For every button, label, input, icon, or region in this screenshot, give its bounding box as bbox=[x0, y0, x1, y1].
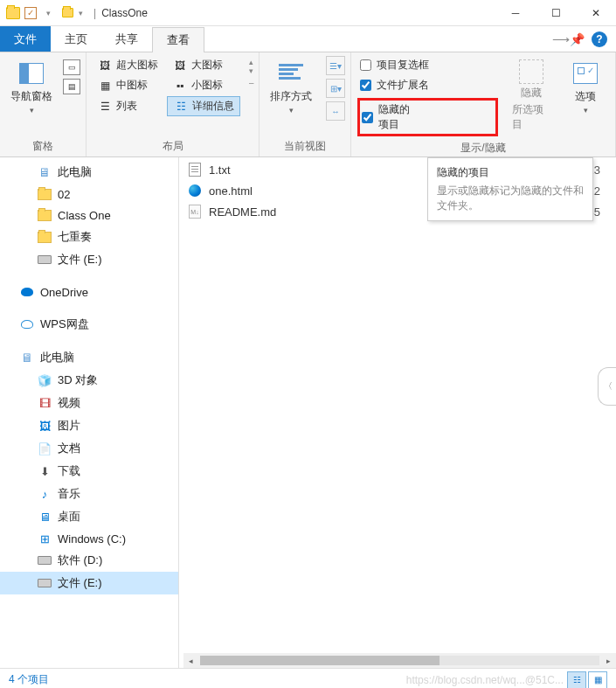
details-pane-icon[interactable]: ▤ bbox=[63, 79, 80, 94]
item-checkboxes-checkbox[interactable] bbox=[360, 59, 371, 71]
layout-medium-icons[interactable]: ▦中图标 bbox=[92, 76, 163, 94]
scroll-left-icon[interactable]: ◂ bbox=[183, 657, 198, 665]
horizontal-scrollbar[interactable]: ◂ ▸ bbox=[183, 653, 616, 668]
add-columns-icon[interactable]: ⊞▾ bbox=[326, 79, 345, 98]
layout-list[interactable]: ☰列表 bbox=[92, 96, 163, 116]
markdown-file-icon: M↓ bbox=[186, 204, 204, 219]
minimize-button[interactable]: ─ bbox=[495, 0, 536, 26]
layout-extra-large-icons[interactable]: 🖼超大图标 bbox=[92, 56, 163, 74]
tree-label: 音乐 bbox=[58, 486, 80, 502]
tree-label: 此电脑 bbox=[40, 350, 74, 365]
navigation-tree[interactable]: 🖥此电脑 02 Class One 七重奏 文件 (E:) OneDrive W… bbox=[0, 157, 179, 668]
tree-item-drive[interactable]: 文件 (E:) bbox=[0, 248, 178, 271]
scroll-up-icon[interactable]: ▴ bbox=[249, 58, 253, 66]
tree-item-3d-objects[interactable]: 🧊3D 对象 bbox=[0, 369, 178, 392]
group-label-show-hide: 显示/隐藏 bbox=[356, 138, 610, 158]
tree-label: 文件 (E:) bbox=[58, 252, 102, 268]
layout-details[interactable]: ☷详细信息 bbox=[167, 96, 240, 116]
tree-item-music[interactable]: ♪音乐 bbox=[0, 483, 178, 505]
tree-label: 图片 bbox=[58, 418, 80, 434]
scroll-right-icon[interactable]: ▸ bbox=[601, 657, 616, 665]
layout-xl-label: 超大图标 bbox=[116, 58, 158, 73]
tree-item-downloads[interactable]: ⬇下载 bbox=[0, 460, 178, 483]
tree-label: 此电脑 bbox=[58, 164, 92, 180]
layout-details-label: 详细信息 bbox=[192, 99, 234, 114]
close-button[interactable]: ✕ bbox=[576, 0, 616, 26]
tree-item-drive-d[interactable]: 软件 (D:) bbox=[0, 549, 178, 572]
tree-label: OneDrive bbox=[40, 286, 88, 299]
qat-menu-dropdown-icon[interactable]: ▾ bbox=[79, 9, 83, 17]
tree-item-documents[interactable]: 📄文档 bbox=[0, 437, 178, 460]
help-icon[interactable]: ? bbox=[592, 31, 607, 47]
tree-label: 3D 对象 bbox=[58, 372, 98, 388]
size-columns-icon[interactable]: ↔ bbox=[326, 101, 345, 121]
tree-item-videos[interactable]: 🎞视频 bbox=[0, 392, 178, 414]
group-by-icon[interactable]: ☰▾ bbox=[326, 56, 345, 75]
scrollbar-thumb[interactable] bbox=[200, 656, 440, 665]
item-checkboxes-option[interactable]: 项目复选框 bbox=[360, 58, 498, 73]
drive-icon bbox=[37, 553, 52, 567]
layout-options: 🖼超大图标 🖼大图标 ▦中图标 ▪▪小图标 ☰列表 ☷详细信息 bbox=[92, 56, 240, 116]
tree-item-folder[interactable]: 02 bbox=[0, 184, 178, 205]
edge-peek-tab[interactable]: 〈 bbox=[598, 367, 616, 406]
desktop-icon: 🖥 bbox=[37, 510, 52, 524]
details-view-toggle[interactable]: ☷ bbox=[567, 671, 586, 689]
hidden-items-option[interactable]: 隐藏的项目 bbox=[362, 102, 420, 132]
file-extensions-label: 文件扩展名 bbox=[377, 78, 429, 93]
tab-home[interactable]: 主页 bbox=[51, 26, 101, 52]
layout-small-icons[interactable]: ▪▪小图标 bbox=[167, 76, 240, 94]
folder-icon bbox=[37, 187, 52, 201]
hidden-items-label: 隐藏的项目 bbox=[378, 102, 420, 132]
pin-icon[interactable]: ⟶📌 bbox=[552, 32, 585, 46]
folder-icon bbox=[37, 208, 52, 222]
tree-item-desktop[interactable]: 🖥桌面 bbox=[0, 505, 178, 528]
tree-item-wps[interactable]: WPS网盘 bbox=[0, 313, 178, 336]
file-extensions-option[interactable]: 文件扩展名 bbox=[360, 78, 498, 93]
documents-icon: 📄 bbox=[37, 441, 52, 455]
tree-item-this-pc[interactable]: 🖥此电脑 bbox=[0, 346, 178, 369]
scroll-down-icon[interactable]: ▾ bbox=[249, 66, 253, 75]
tree-item-this-pc-top[interactable]: 🖥此电脑 bbox=[0, 161, 178, 184]
hide-selected-button[interactable]: 隐藏 所选项目 bbox=[507, 56, 556, 136]
tab-file[interactable]: 文件 bbox=[0, 26, 51, 52]
file-list-pane[interactable]: 1.txt 2021/5/27 16:23 one.html 2021/5/27… bbox=[179, 157, 616, 668]
expand-icon[interactable]: ⎯ bbox=[249, 75, 253, 84]
status-bar: 4 个项目 https://blog.csdn.net/wq...@51C...… bbox=[0, 668, 616, 688]
music-icon: ♪ bbox=[37, 487, 52, 501]
tab-right-controls: ⟶📌 ? bbox=[552, 26, 616, 52]
tooltip-title: 隐藏的项目 bbox=[437, 165, 584, 180]
options-button[interactable]: 选项 ▾ bbox=[561, 56, 610, 118]
tree-item-drive-c[interactable]: ⊞Windows (C:) bbox=[0, 528, 178, 549]
dropdown-icon: ▾ bbox=[30, 106, 34, 115]
dropdown-icon: ▾ bbox=[584, 106, 588, 115]
item-checkboxes-label: 项目复选框 bbox=[377, 58, 429, 73]
hide-icon bbox=[519, 59, 543, 84]
ribbon-tabs: 文件 主页 共享 查看 ⟶📌 ? bbox=[0, 26, 616, 52]
scrollbar-track[interactable] bbox=[200, 656, 599, 665]
maximize-button[interactable]: ☐ bbox=[536, 0, 576, 26]
preview-pane-icon[interactable]: ▭ bbox=[63, 59, 80, 75]
tab-share[interactable]: 共享 bbox=[101, 26, 152, 52]
tree-item-drive-e[interactable]: 文件 (E:) bbox=[0, 572, 178, 594]
file-extensions-checkbox[interactable] bbox=[360, 80, 371, 91]
sort-by-button[interactable]: 排序方式 ▾ bbox=[265, 56, 317, 118]
layout-large-icons[interactable]: 🖼大图标 bbox=[167, 56, 240, 74]
checkbox-icon[interactable]: ✓ bbox=[24, 7, 37, 19]
show-hide-checkboxes: 项目复选框 文件扩展名 隐藏的项目 bbox=[356, 56, 502, 138]
tree-item-folder[interactable]: Class One bbox=[0, 205, 178, 226]
tree-item-pictures[interactable]: 🖼图片 bbox=[0, 414, 178, 437]
tree-item-onedrive[interactable]: OneDrive bbox=[0, 281, 178, 302]
hidden-items-checkbox[interactable] bbox=[362, 112, 373, 123]
navigation-pane-button[interactable]: 导航窗格 ▾ bbox=[5, 56, 58, 118]
title-bar: ✓ ▾ ▾ | ClassOne ─ ☐ ✕ bbox=[0, 0, 616, 26]
thumbnails-view-toggle[interactable]: ▦ bbox=[588, 671, 607, 689]
tab-view[interactable]: 查看 bbox=[152, 27, 204, 52]
layout-list-label: 列表 bbox=[116, 99, 137, 114]
onedrive-icon bbox=[19, 285, 35, 299]
dropdown-icon: ▾ bbox=[289, 106, 294, 115]
tree-item-folder[interactable]: 七重奏 bbox=[0, 226, 178, 248]
navigation-pane-label: 导航窗格 bbox=[10, 89, 52, 104]
list-icon: ☰ bbox=[97, 100, 113, 114]
tree-label: 软件 (D:) bbox=[58, 552, 102, 568]
qat-dropdown-icon[interactable]: ▾ bbox=[40, 5, 56, 21]
